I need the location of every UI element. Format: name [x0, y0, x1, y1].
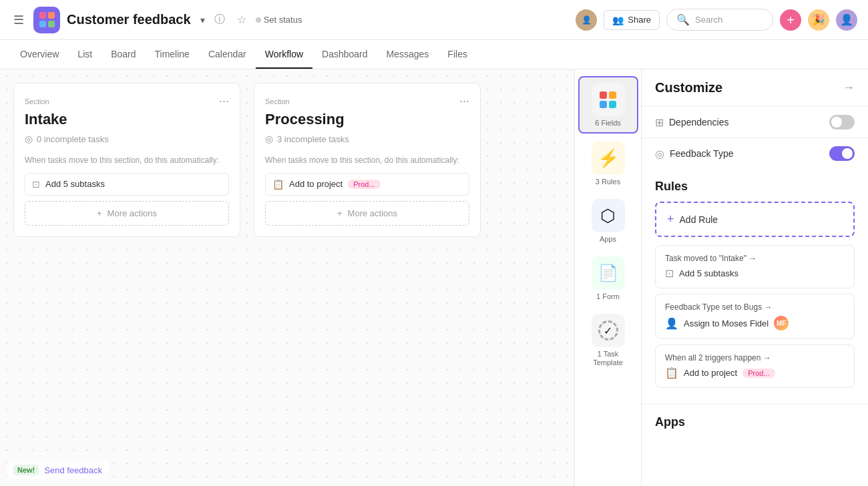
star-icon[interactable]: ☆ — [234, 11, 249, 29]
section-title-intake: Intake — [25, 111, 229, 128]
feedback-bar: New! Send feedback — [7, 461, 109, 479]
app-logo — [33, 7, 60, 33]
section-label-intake: Section — [25, 97, 49, 105]
section-menu-intake[interactable]: ··· — [219, 94, 229, 108]
section-tasks-intake: ◎ 0 incomplete tasks — [25, 134, 229, 144]
sidebar-item-apps[interactable]: ⬡ Apps — [578, 194, 638, 248]
action-add-project[interactable]: 📋 Add to project Prod... — [265, 173, 469, 196]
subtasks-icon: ⊡ — [32, 179, 40, 190]
rule-action-icon-2: 👤 — [665, 317, 678, 330]
header: ☰ Customer feedback ▾ ⓘ ☆ Set status 👤 👥… — [0, 0, 868, 40]
chevron-down-icon[interactable]: ▾ — [200, 15, 205, 25]
dependencies-label: ⊞ Dependencies — [655, 116, 729, 129]
customize-title: Customize — [655, 80, 722, 95]
rule-action-icon-3: 📋 — [665, 367, 678, 379]
rule-action-3: 📋 Add to project Prod... — [665, 367, 845, 379]
rules-section: Rules + Add Rule Task moved to "Intake" … — [642, 169, 868, 404]
tab-board[interactable]: Board — [101, 41, 145, 69]
task-template-icon: ✓ — [592, 314, 625, 347]
user-avatar-2: 🎉 — [808, 9, 829, 31]
feedback-type-toggle[interactable] — [829, 146, 855, 161]
nav-tabs: Overview List Board Timeline Calendar Wo… — [0, 40, 868, 69]
apps-title: Apps — [655, 415, 855, 429]
customize-header: Customize → — [642, 69, 868, 106]
tab-calendar[interactable]: Calendar — [199, 41, 256, 69]
user-avatar-1: 👤 — [576, 9, 597, 31]
search-icon: 🔍 — [676, 13, 690, 26]
rule-card-2[interactable]: Feedback Type set to Bugs → 👤 Assign to … — [655, 294, 855, 339]
auto-label-intake: When tasks move to this section, do this… — [25, 155, 229, 166]
apps-section: Apps — [642, 404, 868, 440]
dependencies-row: ⊞ Dependencies — [642, 106, 868, 138]
add-rule-button[interactable]: + Add Rule — [655, 202, 855, 237]
apps-label: Apps — [600, 235, 616, 243]
project-title: Customer feedback — [67, 12, 191, 27]
add-rule-icon: + — [667, 212, 674, 226]
feedback-type-row: ◎ Feedback Type — [642, 138, 868, 169]
sidebar-icons: 6 Fields ⚡ 3 Rules ⬡ Apps 📄 1 Form — [574, 69, 641, 486]
tab-overview[interactable]: Overview — [11, 41, 68, 69]
fields-icon — [592, 83, 625, 116]
tab-list[interactable]: List — [68, 41, 101, 69]
sidebar-item-task-template[interactable]: ✓ 1 Task Template — [578, 308, 638, 373]
section-processing: Section ··· Processing ◎ 3 incomplete ta… — [254, 83, 481, 237]
rule-action-icon-1: ⊡ — [665, 267, 674, 280]
workflow-canvas: Section ··· Intake ◎ 0 incomplete tasks … — [0, 69, 574, 486]
dependencies-icon: ⊞ — [655, 116, 664, 129]
sidebar-item-fields[interactable]: 6 Fields — [578, 76, 638, 134]
add-button[interactable]: + — [780, 9, 801, 31]
tab-dashboard[interactable]: Dashboard — [312, 41, 377, 69]
send-feedback-link[interactable]: Send feedback — [44, 465, 102, 475]
rule-trigger-1: Task moved to "Intake" → — [665, 254, 845, 263]
rule-card-1[interactable]: Task moved to "Intake" → ⊡ Add 5 subtask… — [655, 245, 855, 288]
project-icon: 📋 — [272, 179, 284, 190]
tasks-icon-intake: ◎ — [25, 134, 33, 144]
customize-panel: Customize → ⊞ Dependencies ◎ Feedback Ty… — [641, 69, 868, 486]
rule-trigger-3: When all 2 triggers happen → — [665, 353, 845, 362]
search-placeholder: Search — [695, 15, 722, 25]
rule-action-2: 👤 Assign to Moses Fidel MF — [665, 316, 845, 330]
info-icon[interactable]: ⓘ — [212, 10, 228, 29]
auto-label-processing: When tasks move to this section, do this… — [265, 155, 469, 166]
user-avatar-3: 👤 — [836, 9, 857, 31]
more-actions-intake[interactable]: + More actions — [25, 201, 229, 226]
tab-messages[interactable]: Messages — [377, 41, 439, 69]
form-icon: 📄 — [592, 256, 625, 290]
rules-label: 3 Rules — [596, 178, 620, 186]
section-intake: Section ··· Intake ◎ 0 incomplete tasks … — [13, 83, 240, 237]
feedback-type-icon: ◎ — [655, 148, 664, 160]
section-label-processing: Section — [265, 97, 290, 105]
set-status[interactable]: Set status — [256, 15, 302, 25]
rule-card-3[interactable]: When all 2 triggers happen → 📋 Add to pr… — [655, 344, 855, 388]
prod-badge-rule: Prod... — [742, 369, 775, 378]
task-template-label: 1 Task Template — [582, 350, 634, 367]
forms-label: 1 Form — [596, 292, 620, 300]
share-icon: 👥 — [612, 15, 624, 25]
new-badge: New! — [13, 465, 39, 475]
prod-badge-action: Prod... — [348, 180, 380, 189]
fields-label: 6 Fields — [595, 119, 621, 127]
section-title-processing: Processing — [265, 111, 469, 128]
tasks-icon-processing: ◎ — [265, 134, 273, 144]
apps-icon: ⬡ — [592, 199, 625, 232]
rule-action-1: ⊡ Add 5 subtasks — [665, 267, 845, 280]
section-tasks-processing: ◎ 3 incomplete tasks — [265, 134, 469, 144]
hamburger-icon[interactable]: ☰ — [11, 10, 27, 30]
tab-files[interactable]: Files — [438, 41, 477, 69]
tab-workflow[interactable]: Workflow — [256, 41, 312, 69]
moses-avatar: MF — [774, 316, 789, 330]
search-box[interactable]: 🔍 Search — [666, 9, 773, 31]
main-area: Section ··· Intake ◎ 0 incomplete tasks … — [0, 69, 868, 486]
more-actions-processing[interactable]: + More actions — [265, 201, 469, 226]
tab-timeline[interactable]: Timeline — [146, 41, 199, 69]
dependencies-toggle[interactable] — [829, 115, 855, 130]
rules-title: Rules — [655, 180, 855, 194]
sidebar-item-rules[interactable]: ⚡ 3 Rules — [578, 136, 638, 191]
section-menu-processing[interactable]: ··· — [459, 94, 469, 108]
rule-trigger-2: Feedback Type set to Bugs → — [665, 302, 845, 312]
action-add-subtasks[interactable]: ⊡ Add 5 subtasks — [25, 173, 229, 196]
close-panel-icon[interactable]: → — [843, 81, 855, 95]
rules-icon: ⚡ — [592, 142, 625, 175]
share-button[interactable]: 👥 Share — [604, 10, 660, 30]
sidebar-item-forms[interactable]: 📄 1 Form — [578, 251, 638, 306]
